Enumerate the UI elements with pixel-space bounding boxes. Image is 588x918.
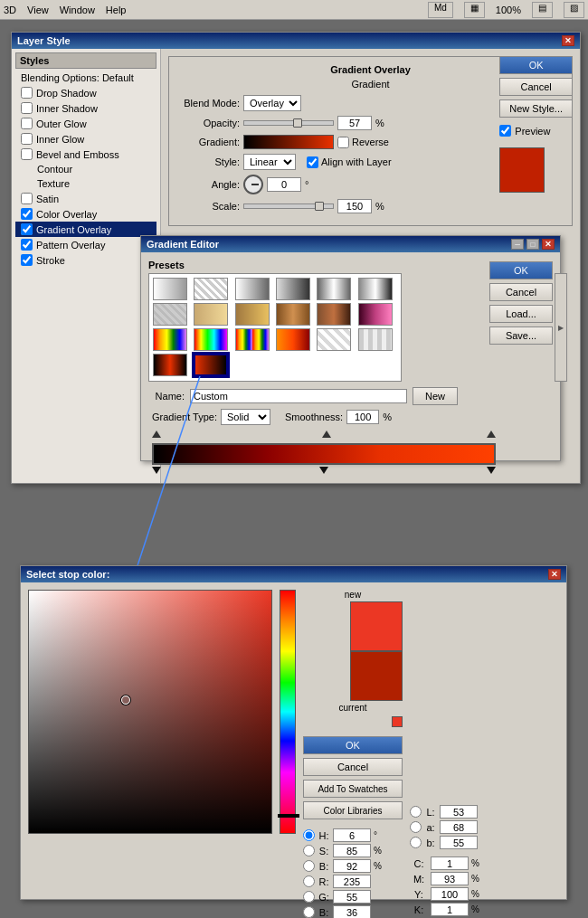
color-field[interactable]: [28, 590, 272, 834]
style-select[interactable]: Linear Radial: [243, 154, 296, 170]
scale-slider[interactable]: [243, 203, 334, 209]
ge-load-button[interactable]: Load...: [489, 305, 553, 323]
inner-shadow-checkbox[interactable]: [21, 102, 33, 114]
reverse-checkbox[interactable]: [337, 137, 349, 148]
angle-input[interactable]: [267, 177, 301, 192]
b3-input[interactable]: [440, 836, 478, 849]
gradient-editor-close[interactable]: ✕: [542, 239, 555, 250]
preset-15[interactable]: [235, 328, 270, 351]
ge-minimize[interactable]: ─: [511, 239, 524, 250]
preset-3[interactable]: [235, 278, 270, 300]
preset-12[interactable]: [358, 303, 393, 326]
b-input[interactable]: [333, 859, 371, 873]
toolbar-icon-4[interactable]: ▨: [564, 2, 584, 18]
b3-radio[interactable]: [410, 837, 422, 848]
hue-strip[interactable]: [280, 590, 296, 834]
ge-save-button[interactable]: Save...: [489, 327, 553, 345]
k-input[interactable]: [431, 903, 469, 916]
blend-mode-select[interactable]: Overlay Normal Multiply: [243, 95, 301, 111]
r-input[interactable]: [333, 875, 371, 888]
sidebar-item-outer-glow[interactable]: Outer Glow: [15, 116, 156, 131]
opacity-stop-right[interactable]: [487, 431, 496, 438]
sidebar-item-blending[interactable]: Blending Options: Default: [15, 71, 156, 85]
cancel-button[interactable]: Cancel: [499, 78, 573, 96]
preset-5[interactable]: [317, 278, 351, 300]
add-to-swatches-button[interactable]: Add To Swatches: [303, 780, 403, 798]
toolbar-icon-2[interactable]: ▦: [464, 2, 485, 18]
bevel-checkbox[interactable]: [21, 148, 33, 160]
y-input[interactable]: [431, 887, 469, 901]
satin-checkbox[interactable]: [21, 193, 33, 204]
preset-19[interactable]: [153, 354, 187, 376]
preset-4[interactable]: [276, 278, 310, 300]
color-stop-3[interactable]: [487, 467, 496, 474]
pattern-overlay-checkbox[interactable]: [21, 239, 33, 251]
b2-radio[interactable]: [303, 906, 315, 918]
cp-cancel-button[interactable]: Cancel: [303, 758, 403, 776]
g-radio[interactable]: [303, 891, 315, 903]
ok-button[interactable]: OK: [499, 56, 573, 74]
ge-ok-button[interactable]: OK: [489, 261, 553, 279]
inner-glow-checkbox[interactable]: [21, 133, 33, 145]
new-style-button[interactable]: New Style...: [499, 99, 573, 118]
l-radio[interactable]: [410, 806, 422, 818]
gradient-preview-bar[interactable]: [152, 443, 496, 465]
sidebar-item-contour[interactable]: Contour: [15, 162, 156, 176]
ge-maximize[interactable]: □: [526, 239, 539, 250]
ge-new-button[interactable]: New: [413, 387, 458, 405]
color-stop-1[interactable]: [152, 467, 161, 474]
r-radio[interactable]: [303, 875, 315, 887]
stroke-checkbox[interactable]: [21, 254, 33, 266]
sidebar-item-color-overlay[interactable]: Color Overlay: [15, 206, 156, 222]
preset-2[interactable]: [194, 278, 228, 300]
preset-13[interactable]: [153, 328, 187, 351]
cp-ok-button[interactable]: OK: [303, 736, 403, 754]
preset-20[interactable]: [194, 354, 228, 376]
sidebar-item-gradient-overlay[interactable]: Gradient Overlay: [15, 222, 156, 237]
l-input[interactable]: [440, 805, 478, 819]
menu-help[interactable]: Help: [106, 5, 127, 15]
preset-18[interactable]: [358, 328, 393, 351]
preview-checkbox[interactable]: [499, 125, 511, 137]
opacity-slider[interactable]: [243, 120, 334, 126]
preset-11[interactable]: [317, 303, 351, 326]
s-input[interactable]: [333, 844, 371, 857]
menu-3d[interactable]: 3D: [4, 5, 16, 15]
smoothness-input[interactable]: [346, 410, 379, 424]
ge-cancel-button[interactable]: Cancel: [489, 283, 553, 301]
g-input[interactable]: [333, 890, 371, 904]
align-checkbox[interactable]: [307, 156, 318, 168]
opacity-input[interactable]: [337, 116, 372, 130]
b-radio[interactable]: [303, 860, 315, 872]
gradient-overlay-checkbox[interactable]: [21, 223, 33, 235]
outer-glow-checkbox[interactable]: [21, 118, 33, 129]
a-radio[interactable]: [410, 821, 422, 833]
menu-view[interactable]: View: [27, 5, 49, 15]
layer-style-close[interactable]: ✕: [562, 35, 574, 46]
preset-7[interactable]: [153, 303, 187, 326]
sidebar-item-pattern-overlay[interactable]: Pattern Overlay: [15, 237, 156, 252]
a-input[interactable]: [440, 820, 478, 834]
menu-window[interactable]: Window: [60, 5, 95, 15]
m-input[interactable]: [431, 872, 469, 885]
gradient-swatch[interactable]: [243, 135, 334, 149]
preset-14[interactable]: [194, 328, 228, 351]
gradient-type-select[interactable]: Solid Noise: [221, 409, 270, 425]
preset-16[interactable]: [276, 328, 310, 351]
sidebar-item-inner-glow[interactable]: Inner Glow: [15, 131, 156, 147]
sidebar-item-texture[interactable]: Texture: [15, 176, 156, 191]
name-input[interactable]: [190, 389, 407, 403]
sidebar-item-inner-shadow[interactable]: Inner Shadow: [15, 100, 156, 116]
preset-1[interactable]: [153, 278, 187, 300]
toolbar-icon-3[interactable]: ▤: [532, 2, 553, 18]
scale-input[interactable]: [337, 199, 372, 213]
sidebar-item-drop-shadow[interactable]: Drop Shadow: [15, 85, 156, 100]
preset-8[interactable]: [194, 303, 228, 326]
preset-17[interactable]: [317, 328, 351, 351]
color-picker-close[interactable]: ✕: [548, 569, 561, 580]
preset-6[interactable]: [358, 278, 393, 300]
scroll-arrow-up[interactable]: ▶: [558, 324, 564, 332]
toolbar-icon-1[interactable]: Md: [428, 2, 453, 18]
opacity-stop-mid[interactable]: [322, 431, 331, 438]
h-radio[interactable]: [303, 829, 315, 841]
